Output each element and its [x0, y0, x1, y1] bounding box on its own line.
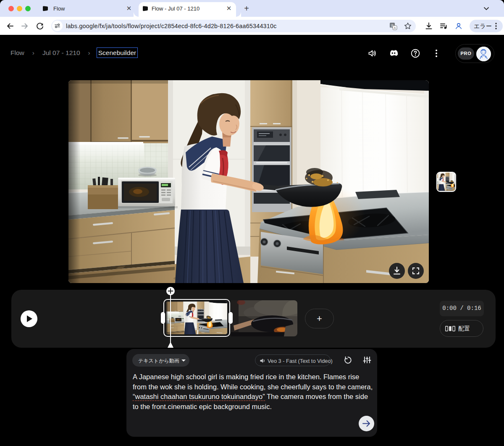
svg-text:A: A: [394, 26, 396, 30]
